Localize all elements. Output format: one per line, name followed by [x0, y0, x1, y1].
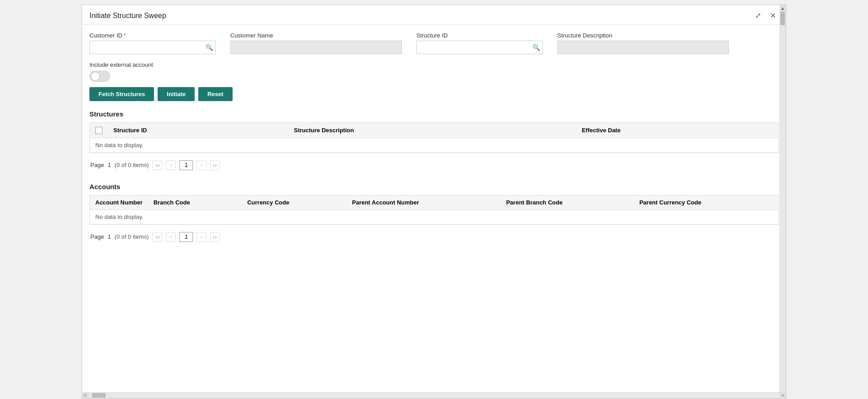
structures-last-page-btn[interactable]: ⏭	[210, 160, 220, 170]
accounts-first-page-btn[interactable]: ⏮	[152, 232, 162, 242]
structures-pagination: Page 1 (0 of 0 items) ⏮ < > ⏭	[89, 157, 779, 174]
accounts-col-number: Account Number	[90, 195, 148, 210]
include-external-label: Include external account	[89, 61, 779, 68]
structure-description-input	[557, 41, 729, 54]
customer-id-input[interactable]	[89, 41, 216, 54]
structures-header-row: Structure ID Structure Description Effec…	[90, 123, 778, 138]
customer-id-label: Customer ID*	[89, 32, 216, 39]
structures-page-input[interactable]	[179, 160, 193, 170]
accounts-col-parent-number: Parent Account Number	[346, 195, 500, 210]
structures-table-container: Structure ID Structure Description Effec…	[89, 122, 779, 153]
customer-name-input-wrapper	[230, 41, 402, 54]
accounts-col-parent-branch: Parent Branch Code	[501, 195, 634, 210]
scroll-h-thumb[interactable]	[92, 393, 106, 398]
close-button[interactable]: ✕	[767, 10, 779, 21]
scroll-left-arrow[interactable]: <	[82, 393, 89, 398]
fetch-structures-button[interactable]: Fetch Structures	[89, 87, 154, 101]
modal-controls: ⤢ ✕	[752, 10, 779, 21]
structure-id-input[interactable]	[416, 41, 543, 54]
accounts-no-data-row: No data to display.	[90, 209, 778, 224]
modal-title: Initiate Structure Sweep	[89, 12, 166, 20]
structures-thead: Structure ID Structure Description Effec…	[90, 123, 778, 138]
horizontal-scrollbar[interactable]: < >	[82, 392, 786, 399]
accounts-col-branch: Branch Code	[148, 195, 242, 210]
modal-header: Initiate Structure Sweep ⤢ ✕	[82, 5, 786, 25]
customer-id-input-wrapper: 🔍	[89, 41, 216, 54]
structures-items-info: (0 of 0 items)	[115, 162, 149, 168]
scroll-up-arrow[interactable]: ▲	[780, 5, 785, 12]
structures-page-num: 1	[107, 162, 111, 168]
structures-no-data-row: No data to display.	[90, 138, 778, 152]
structure-id-group: Structure ID 🔍	[416, 32, 543, 54]
customer-id-group: Customer ID* 🔍	[89, 32, 216, 54]
accounts-col-currency: Currency Code	[242, 195, 346, 210]
accounts-page-label: Page	[90, 233, 104, 240]
structures-checkbox-header[interactable]	[90, 123, 108, 138]
accounts-table-container: Account Number Branch Code Currency Code…	[89, 195, 779, 225]
include-external-section: Include external account	[89, 61, 779, 82]
accounts-pagination: Page 1 (0 of 0 items) ⏮ < > ⏭	[89, 228, 779, 246]
expand-button[interactable]: ⤢	[752, 10, 764, 21]
structures-col-desc: Structure Description	[289, 123, 576, 138]
accounts-section: Accounts Account Number Branch Code Curr…	[89, 183, 779, 246]
structure-description-label: Structure Description	[557, 32, 729, 39]
structure-id-label: Structure ID	[416, 32, 543, 39]
accounts-table: Account Number Branch Code Currency Code…	[90, 195, 778, 224]
accounts-last-page-btn[interactable]: ⏭	[210, 232, 220, 242]
accounts-header-row: Account Number Branch Code Currency Code…	[90, 195, 778, 210]
form-row-1: Customer ID* 🔍 Customer Name Structure I…	[89, 32, 779, 54]
select-all-checkbox[interactable]	[95, 127, 103, 134]
reset-button[interactable]: Reset	[198, 87, 232, 101]
structures-title: Structures	[89, 110, 779, 118]
initiate-button[interactable]: Initiate	[158, 87, 195, 101]
accounts-thead: Account Number Branch Code Currency Code…	[90, 195, 778, 210]
structures-first-page-btn[interactable]: ⏮	[152, 160, 162, 170]
accounts-title: Accounts	[89, 183, 779, 190]
structures-section: Structures Structure ID Structure Descri…	[89, 110, 779, 174]
structure-id-input-wrapper: 🔍	[416, 41, 543, 54]
scroll-track[interactable]	[780, 12, 785, 392]
required-indicator: *	[123, 32, 126, 39]
structures-next-page-btn[interactable]: >	[196, 160, 206, 170]
customer-name-input	[230, 41, 402, 54]
structures-col-date: Effective Date	[576, 123, 778, 138]
accounts-page-input[interactable]	[179, 232, 193, 242]
structures-no-data: No data to display.	[90, 138, 778, 152]
actions-row: Fetch Structures Initiate Reset	[89, 87, 779, 101]
modal-body: Customer ID* 🔍 Customer Name Structure I…	[82, 25, 786, 392]
scroll-right-arrow[interactable]: >	[779, 393, 786, 398]
include-external-toggle[interactable]	[89, 71, 110, 82]
scroll-h-track[interactable]	[89, 393, 779, 398]
structures-prev-page-btn[interactable]: <	[166, 160, 176, 170]
accounts-col-parent-currency: Parent Currency Code	[634, 195, 778, 210]
vertical-scrollbar[interactable]: ▲ ▼	[779, 5, 786, 399]
customer-name-group: Customer Name	[230, 32, 402, 54]
accounts-next-page-btn[interactable]: >	[196, 232, 206, 242]
modal-container: ▲ ▼ Initiate Structure Sweep ⤢ ✕ Custome…	[82, 5, 786, 399]
accounts-tbody: No data to display.	[90, 209, 778, 224]
structures-page-label: Page	[90, 162, 104, 168]
accounts-no-data: No data to display.	[90, 209, 778, 224]
scroll-thumb[interactable]	[780, 12, 785, 25]
accounts-page-num: 1	[107, 233, 111, 240]
structure-description-input-wrapper	[557, 41, 729, 54]
structures-table: Structure ID Structure Description Effec…	[90, 123, 778, 153]
structure-description-group: Structure Description	[557, 32, 729, 54]
accounts-items-info: (0 of 0 items)	[115, 233, 149, 240]
accounts-prev-page-btn[interactable]: <	[166, 232, 176, 242]
customer-name-label: Customer Name	[230, 32, 402, 39]
structures-tbody: No data to display.	[90, 138, 778, 152]
structures-col-id: Structure ID	[108, 123, 289, 138]
toggle-knob	[91, 72, 100, 81]
